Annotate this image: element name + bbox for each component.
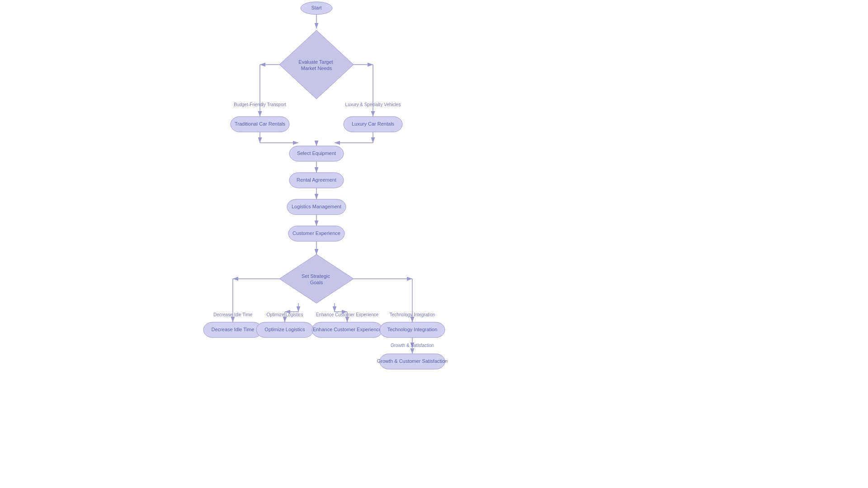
enhance-label: Enhance Customer Experience — [313, 327, 382, 332]
flowchart-container: Start Evaluate Target Market Needs Budge… — [0, 0, 868, 488]
optimize-connector-label: Optimize Logistics — [266, 312, 303, 317]
start-label: Start — [311, 5, 321, 10]
decrease-idle-connector-label: Decrease Idle Time — [213, 312, 253, 317]
tech-connector-label: Technology Integration — [390, 312, 435, 317]
growth-connector-label: Growth & Satisfaction — [391, 343, 434, 348]
luxury-node-label: Luxury Car Rentals — [352, 121, 395, 127]
customer-exp-label: Customer Experience — [292, 230, 340, 236]
growth-label: Growth & Customer Satisfaction — [377, 358, 448, 364]
rental-label: Rental Agreement — [297, 177, 336, 183]
traditional-label: Traditional Car Rentals — [235, 121, 286, 127]
optimize-label: Optimize Logistics — [264, 327, 305, 332]
budget-label: Budget-Friendly Transport — [234, 102, 286, 107]
select-label: Select Equipment — [297, 150, 336, 156]
strategic-node — [279, 254, 354, 303]
decrease-idle-label: Decrease Idle Time — [212, 327, 255, 332]
logistics-label: Logistics Management — [292, 204, 341, 209]
luxury-label: Luxury & Specialty Vehicles — [345, 102, 401, 107]
tech-label: Technology Integration — [387, 327, 438, 332]
evaluate-node — [279, 30, 354, 99]
enhance-connector-label: Enhance Customer Experience — [316, 312, 379, 317]
